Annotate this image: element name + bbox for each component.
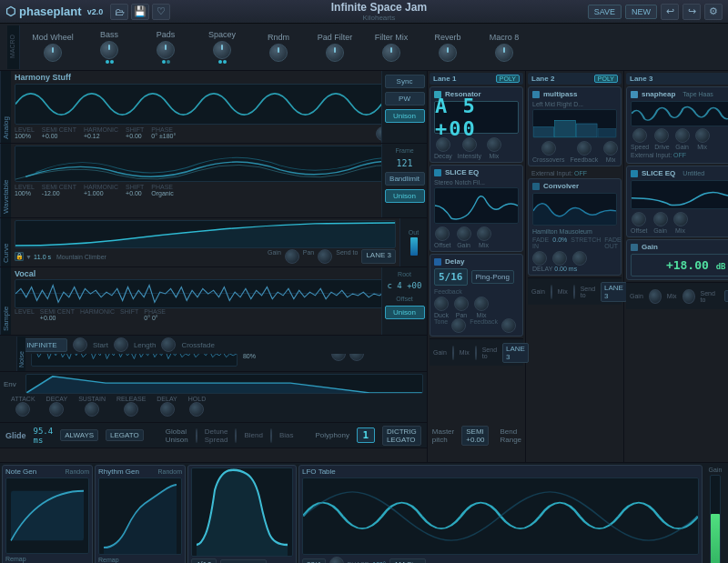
sh-gain-knob[interactable] xyxy=(675,128,690,143)
main-area: Analog Harmony Stuff LEVEL100% SEMI CENT… xyxy=(0,71,728,462)
resonator-intensity: Intensity xyxy=(458,137,481,159)
macro-dot xyxy=(218,60,222,64)
sustain-knob[interactable] xyxy=(85,402,99,417)
pattern-mode-dropdown[interactable]: One or Two xyxy=(220,559,267,564)
macro-knob-3[interactable] xyxy=(213,41,231,59)
preset-info: Infinite Space Jam Kilohearts xyxy=(174,1,584,22)
save-icon-btn[interactable]: 💾 xyxy=(131,4,149,20)
resonator-intensity-knob[interactable] xyxy=(462,137,477,152)
redo-icon[interactable]: ↪ xyxy=(682,4,701,20)
eq2-offset-knob[interactable] xyxy=(632,212,646,226)
settings-icon[interactable]: ⚙ xyxy=(704,4,723,20)
delay-knob[interactable] xyxy=(160,402,175,417)
analog-unison-button[interactable]: Unison xyxy=(385,109,425,123)
conv-knob-2[interactable] xyxy=(552,251,567,266)
bias-knob[interactable] xyxy=(270,428,272,443)
delay-duck-knob[interactable] xyxy=(434,297,449,311)
lane1-mix-knob[interactable] xyxy=(475,346,477,360)
curve-lock-icon[interactable]: 🔒 xyxy=(15,252,24,261)
mp-feedback-knob[interactable] xyxy=(577,141,592,156)
sample-crossfade-knob[interactable] xyxy=(161,337,176,352)
glide-mode1[interactable]: ALWAYS xyxy=(60,429,98,441)
lfo-time[interactable]: 32/4 xyxy=(302,558,326,564)
lfo-wave-dropdown[interactable]: AM Sine xyxy=(389,558,426,564)
lane3-gain-knob[interactable] xyxy=(649,289,662,304)
mp-mix-knob[interactable] xyxy=(603,141,618,156)
resonator-plugin: Resonator A 5 +00 Decay Intensity xyxy=(430,86,523,163)
root-value: c 4 +00 xyxy=(388,281,422,290)
resonator-mix-knob[interactable] xyxy=(487,137,501,152)
macro-knob-2[interactable] xyxy=(157,41,175,59)
lane2-gain-knob[interactable] xyxy=(551,285,552,299)
lane1-send-dropdown[interactable]: LANE 3 xyxy=(502,343,529,363)
delay-mix-knob[interactable] xyxy=(474,297,489,311)
sample-start-knob[interactable] xyxy=(73,337,87,352)
poly-mode[interactable]: DICTRIG LEGATO xyxy=(382,426,421,446)
tone-knob[interactable] xyxy=(451,318,466,333)
decay-knob[interactable] xyxy=(49,402,64,417)
glide-mode2[interactable]: LEGATO xyxy=(106,429,144,441)
resonator-decay-knob[interactable] xyxy=(436,137,450,152)
heart-icon[interactable]: ♡ xyxy=(152,4,170,20)
macro-knob-1[interactable] xyxy=(100,41,118,59)
macro-knob-6[interactable] xyxy=(382,44,400,62)
eq2-gain-knob[interactable] xyxy=(653,212,668,226)
multipass-knobs: Crossovers Feedback Mix xyxy=(532,141,617,163)
macro-dot xyxy=(106,60,109,64)
lane3-mix-knob[interactable] xyxy=(682,289,695,304)
eq1-offset-knob[interactable] xyxy=(435,226,450,241)
sample-unison-button[interactable]: Unison xyxy=(385,306,425,319)
macro-knob-0[interactable] xyxy=(44,44,62,62)
detune-knob[interactable] xyxy=(196,428,197,443)
sh-drive-knob[interactable] xyxy=(654,128,669,143)
hold-knob[interactable] xyxy=(189,402,204,417)
release-knob[interactable] xyxy=(124,402,138,417)
time-sig-dropdown[interactable]: 4/16 xyxy=(191,558,217,563)
lane1-gain-knob[interactable] xyxy=(452,346,454,360)
convolver-preset: Hamilton Mausoleum xyxy=(532,228,617,235)
new-button[interactable]: NEW xyxy=(625,5,657,19)
conv-params: FADE IN 0.0% STRETCH FADE OUT xyxy=(532,236,617,249)
lane3-send-dropdown[interactable]: MASTER xyxy=(724,290,728,302)
lfo-rate-knob[interactable] xyxy=(329,557,344,563)
curve-pan-knob[interactable] xyxy=(318,249,332,264)
svg-rect-6 xyxy=(11,491,84,541)
multipass-plugin: multipass Left Mid Right D... xyxy=(528,86,622,166)
sh-speed-knob[interactable] xyxy=(632,128,647,143)
lane-3: Lane 3 POLY snapheap Tape Haas xyxy=(624,71,728,462)
conv-knob-1[interactable] xyxy=(532,251,547,266)
feedback2-knob[interactable] xyxy=(501,318,516,333)
macro-knob-5[interactable] xyxy=(326,44,344,62)
env-label: Env xyxy=(4,380,22,388)
delay-pan-knob[interactable] xyxy=(454,297,469,311)
macro-knob-4[interactable] xyxy=(269,44,288,62)
pw-button[interactable]: PW xyxy=(385,92,425,106)
curve-gain-knob[interactable] xyxy=(285,249,299,264)
eq2-mix-knob[interactable] xyxy=(673,212,688,226)
bandlimit-button[interactable]: Bandlimit xyxy=(385,172,425,186)
macro-knob-8[interactable] xyxy=(495,44,513,62)
curve-send-dropdown[interactable]: LANE 3 xyxy=(361,249,396,264)
eq1-gain-knob[interactable] xyxy=(457,226,471,241)
save-button[interactable]: SAVE xyxy=(588,5,622,19)
sample-length-knob[interactable] xyxy=(114,337,128,352)
lane2-mix-knob[interactable] xyxy=(573,285,575,299)
glide-heading: Glide xyxy=(5,431,26,440)
conv-knob-3[interactable] xyxy=(572,251,587,266)
mp-crossovers-knob[interactable] xyxy=(541,141,556,156)
wt-unison-button[interactable]: Unison xyxy=(385,189,425,203)
sh-mix-knob[interactable] xyxy=(695,128,710,143)
length-label: Length xyxy=(134,341,156,349)
curve-pan-label: Pan xyxy=(303,249,314,264)
sync-button[interactable]: Sync xyxy=(385,75,425,88)
undo-icon[interactable]: ↩ xyxy=(661,4,679,20)
attack-knob[interactable] xyxy=(15,402,30,417)
svg-marker-1 xyxy=(26,377,422,393)
blend-knob[interactable] xyxy=(235,428,237,443)
lane2-send-dropdown[interactable]: LANE 3 xyxy=(601,282,627,302)
folder-icon[interactable]: 🗁 xyxy=(110,4,128,20)
curve-out-controls: Out xyxy=(399,218,427,266)
macro-knob-7[interactable] xyxy=(439,44,457,62)
detune-label: Detune Spread xyxy=(205,427,228,444)
eq1-mix-knob[interactable] xyxy=(477,226,491,241)
